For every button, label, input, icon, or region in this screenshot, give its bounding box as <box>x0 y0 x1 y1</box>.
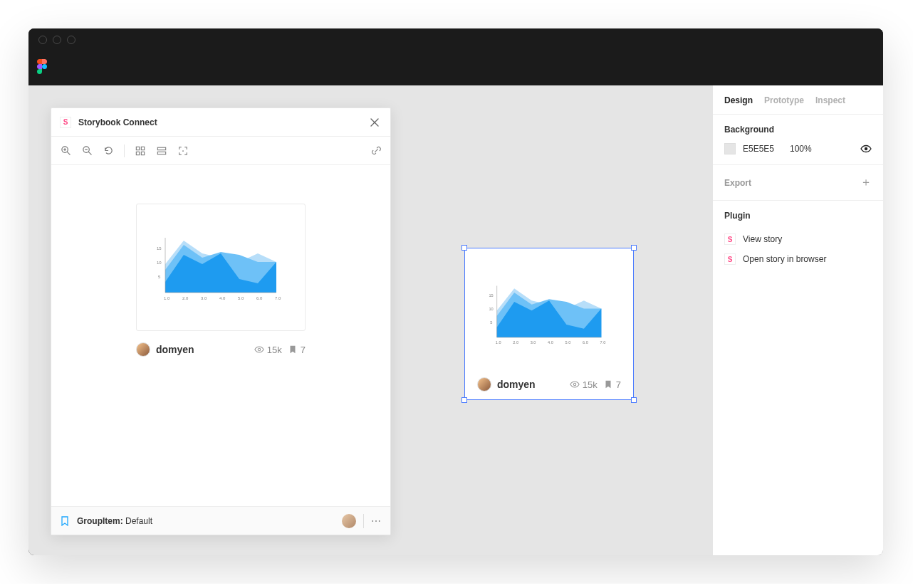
zoom-out-icon[interactable] <box>81 145 93 157</box>
plugin-header: S Storybook Connect <box>51 108 390 137</box>
svg-text:6.0: 6.0 <box>256 296 263 300</box>
tab-inspect[interactable]: Inspect <box>815 95 845 105</box>
svg-point-0 <box>42 64 47 69</box>
zoom-in-icon[interactable] <box>60 145 71 157</box>
svg-rect-5 <box>136 152 139 154</box>
inspector-panel: Design Prototype Inspect Background E5E5… <box>712 85 883 555</box>
plugin-body: 15 10 5 1.0 <box>51 165 390 506</box>
svg-rect-4 <box>141 147 144 149</box>
svg-point-36 <box>865 147 867 150</box>
preview-meta: domyen 15k 7 <box>136 342 306 357</box>
window-close-button[interactable] <box>38 36 47 44</box>
svg-text:10: 10 <box>489 307 493 311</box>
plugin-title: Storybook Connect <box>78 117 360 127</box>
frame-meta: domyen 15k 7 <box>474 377 624 396</box>
eye-icon <box>570 379 580 389</box>
svg-rect-3 <box>136 147 139 149</box>
svg-text:5.0: 5.0 <box>565 340 571 345</box>
link-icon[interactable] <box>370 145 382 157</box>
canvas-frame[interactable]: 15 10 5 1.0 2.0 3.0 <box>464 248 634 400</box>
figma-window: S Storybook Connect <box>28 28 883 555</box>
tab-design[interactable]: Design <box>724 95 753 105</box>
background-heading: Background <box>724 125 872 135</box>
svg-text:5.0: 5.0 <box>238 296 244 300</box>
background-hex[interactable]: E5E5E5 <box>743 144 783 154</box>
plugin-section: Plugin S View story S Open story in brow… <box>713 200 883 279</box>
svg-text:3.0: 3.0 <box>201 296 207 300</box>
area-chart: 15 10 5 1.0 <box>150 225 292 310</box>
svg-text:4.0: 4.0 <box>548 340 553 345</box>
svg-text:4.0: 4.0 <box>219 296 226 300</box>
svg-rect-6 <box>141 152 144 154</box>
view-story-action[interactable]: S View story <box>724 229 872 249</box>
close-icon[interactable] <box>367 115 382 130</box>
app-toolbar <box>28 51 883 85</box>
background-swatch[interactable] <box>724 143 736 154</box>
tab-prototype[interactable]: Prototype <box>764 95 804 105</box>
window-zoom-button[interactable] <box>67 36 75 44</box>
svg-point-22 <box>258 348 261 351</box>
svg-point-9 <box>182 150 184 152</box>
component-name: GroupItem: Default <box>77 516 152 526</box>
layout-icon[interactable] <box>156 145 167 157</box>
plugin-toolbar <box>51 137 390 165</box>
svg-text:6.0: 6.0 <box>583 340 588 345</box>
svg-text:7.0: 7.0 <box>600 340 605 345</box>
frame-views-stat: 15k <box>570 379 598 390</box>
views-stat: 15k <box>254 345 282 355</box>
workspace: S Storybook Connect <box>28 85 883 555</box>
storybook-connect-panel: S Storybook Connect <box>51 107 391 535</box>
storybook-logo-icon: S <box>60 117 71 128</box>
open-story-browser-action[interactable]: S Open story in browser <box>724 249 872 269</box>
inspector-tabs: Design Prototype Inspect <box>713 85 883 114</box>
export-heading: Export <box>724 178 751 188</box>
selection-handle-sw[interactable] <box>461 397 467 403</box>
selection-handle-se[interactable] <box>631 397 637 403</box>
more-menu-button[interactable]: ⋯ <box>371 515 382 527</box>
svg-point-35 <box>573 383 576 386</box>
svg-text:2.0: 2.0 <box>182 296 189 300</box>
storybook-logo-icon: S <box>724 253 736 265</box>
author-name: domyen <box>156 344 249 355</box>
svg-text:7.0: 7.0 <box>275 296 281 300</box>
svg-text:10: 10 <box>157 261 162 265</box>
svg-text:5: 5 <box>158 275 161 279</box>
author-avatar[interactable] <box>136 342 150 357</box>
svg-text:3.0: 3.0 <box>531 340 536 345</box>
add-export-button[interactable]: ＋ <box>860 175 872 190</box>
visibility-toggle-icon[interactable] <box>860 143 872 154</box>
bookmarks-stat: 7 <box>288 345 306 355</box>
frame-author-avatar <box>477 377 491 392</box>
storybook-logo-icon: S <box>724 233 736 245</box>
window-minimize-button[interactable] <box>53 36 61 44</box>
svg-rect-7 <box>157 147 165 150</box>
frame-author-name: domyen <box>497 379 564 390</box>
svg-text:15: 15 <box>157 246 162 251</box>
figma-logo-icon[interactable] <box>37 59 50 78</box>
export-section: Export ＋ <box>713 164 883 200</box>
plugin-heading: Plugin <box>724 211 872 221</box>
frame-chart: 15 10 5 1.0 2.0 3.0 <box>474 261 624 367</box>
refresh-icon[interactable] <box>103 145 114 157</box>
svg-text:1.0: 1.0 <box>164 296 170 300</box>
background-opacity[interactable]: 100% <box>790 144 815 154</box>
plugin-footer: GroupItem: Default ⋯ <box>51 506 390 535</box>
bookmark-icon <box>603 379 613 389</box>
eye-icon <box>254 345 264 355</box>
bookmark-icon <box>288 345 298 355</box>
grid-icon[interactable] <box>135 145 146 157</box>
chart-preview-card: 15 10 5 1.0 <box>136 204 306 331</box>
focus-icon[interactable] <box>177 145 189 157</box>
svg-text:1.0: 1.0 <box>496 340 501 345</box>
component-bookmark-icon <box>60 516 70 526</box>
selection-handle-nw[interactable] <box>461 245 467 251</box>
selection-handle-ne[interactable] <box>631 245 637 251</box>
window-titlebar <box>28 28 883 51</box>
frame-bookmarks-stat: 7 <box>603 379 621 390</box>
svg-rect-8 <box>157 152 165 154</box>
svg-text:15: 15 <box>489 294 493 298</box>
background-section: Background E5E5E5 100% <box>713 114 883 164</box>
footer-avatar[interactable] <box>342 514 356 528</box>
svg-text:5: 5 <box>490 320 492 325</box>
canvas[interactable]: S Storybook Connect <box>28 85 712 555</box>
